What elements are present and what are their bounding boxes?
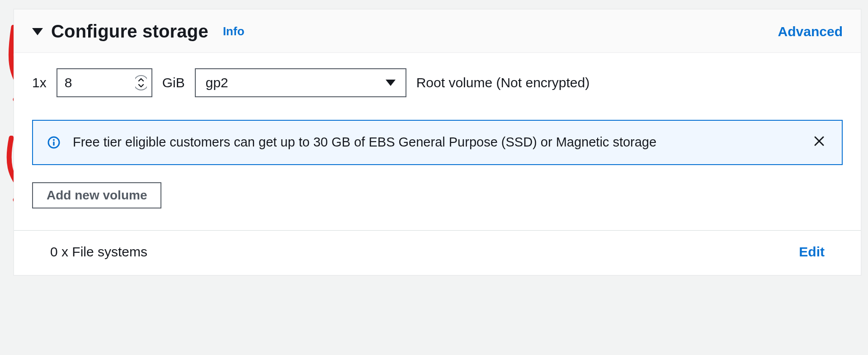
alert-close-button[interactable] <box>810 133 828 151</box>
root-volume-row: 1x GiB gp2 Root volume (Not encrypted) <box>32 68 843 97</box>
alert-text: Free tier eligible customers can get up … <box>73 134 798 151</box>
file-systems-summary: 0 x File systems <box>50 244 147 260</box>
info-link[interactable]: Info <box>223 24 245 38</box>
volume-type-select[interactable]: gp2 <box>195 68 406 97</box>
file-systems-edit-link[interactable]: Edit <box>799 244 825 260</box>
configure-storage-panel: Configure storage Info Advanced 1x GiB <box>14 9 861 275</box>
chevron-down-icon <box>386 80 396 86</box>
stepper-buttons-icon[interactable] <box>131 69 151 96</box>
expand-toggle-icon[interactable] <box>32 28 43 35</box>
svg-rect-3 <box>53 142 54 146</box>
volume-size-stepper[interactable] <box>57 68 152 97</box>
volume-size-unit: GiB <box>162 75 185 90</box>
panel-title: Configure storage <box>51 21 208 42</box>
info-icon <box>47 135 61 150</box>
panel-header: Configure storage Info Advanced <box>14 9 861 53</box>
svg-point-2 <box>53 139 55 141</box>
advanced-link[interactable]: Advanced <box>778 24 843 39</box>
add-volume-button[interactable]: Add new volume <box>32 182 161 208</box>
svg-point-0 <box>135 76 147 90</box>
volume-description: Root volume (Not encrypted) <box>416 75 590 90</box>
volume-count-label: 1x <box>32 75 47 90</box>
volume-size-input[interactable] <box>57 69 131 96</box>
file-systems-row: 0 x File systems Edit <box>32 231 843 275</box>
close-icon <box>813 135 825 150</box>
panel-body: 1x GiB gp2 Root volume (Not encrypted) <box>14 53 861 275</box>
volume-type-value: gp2 <box>206 75 228 90</box>
free-tier-info-alert: Free tier eligible customers can get up … <box>32 120 843 165</box>
panel-header-left: Configure storage Info <box>32 21 245 42</box>
